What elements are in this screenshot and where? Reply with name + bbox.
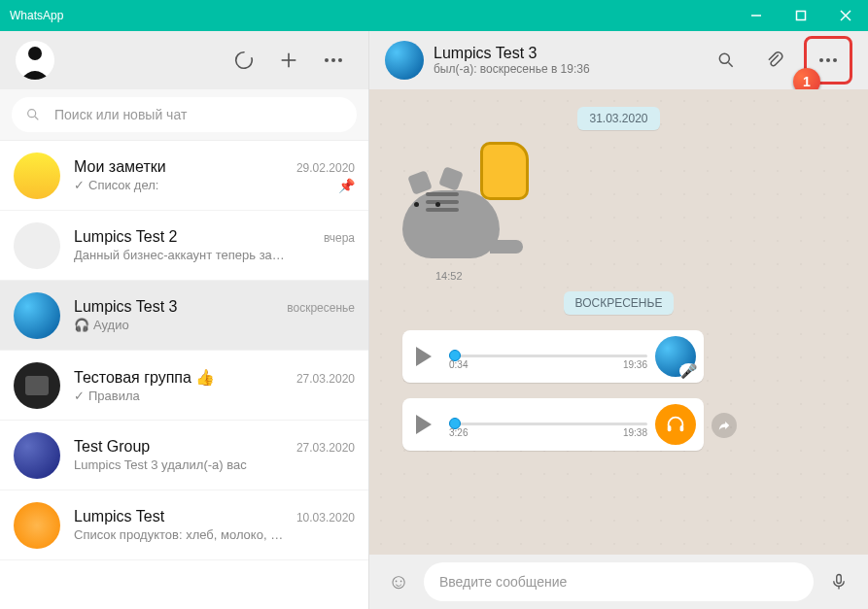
svg-point-8 [331,58,335,62]
chat-title: Lumpics Test 3 [434,45,590,62]
sidebar: Мои заметки29.02.2020 ✓ Список дел:📌 Lum… [0,31,369,609]
message-input[interactable] [439,574,798,590]
svg-point-16 [833,58,837,62]
chat-list: Мои заметки29.02.2020 ✓ Список дел:📌 Lum… [0,141,368,609]
app-title: WhatsApp [10,9,63,22]
voice-duration: 0:34 [449,359,468,370]
voice-time: 19:36 [623,359,647,370]
chat-time: 27.03.2020 [296,441,355,455]
svg-point-14 [819,58,823,62]
svg-point-9 [338,58,342,62]
chat-name: Lumpics Test 3 [74,298,281,316]
chat-avatar [14,152,60,199]
play-icon[interactable] [416,347,432,366]
window-titlebar: WhatsApp [0,0,868,31]
svg-point-12 [719,53,729,63]
chat-name: Тестовая группа 👍 [74,368,291,387]
chat-avatar [14,222,60,269]
compose-bar: ☺ [369,555,868,609]
svg-rect-17 [668,425,672,431]
svg-point-4 [28,47,42,60]
svg-line-11 [35,117,38,119]
svg-rect-1 [797,12,806,20]
sidebar-menu-icon[interactable] [314,41,353,80]
chat-avatar [14,362,60,409]
chat-name: Test Group [74,438,291,456]
status-icon[interactable] [225,41,263,80]
new-chat-icon[interactable] [269,41,308,80]
chat-item-testgroup-ru[interactable]: Тестовая группа 👍27.03.2020 ✓ Правила [0,351,368,421]
svg-point-15 [826,58,830,62]
attach-button[interactable] [755,41,794,80]
svg-line-13 [729,63,733,67]
voice-message[interactable]: 0:34 19:36 🎤 [402,330,704,383]
sidebar-header [0,31,368,89]
chat-time: 29.02.2020 [296,161,355,175]
chat-time: воскресенье [287,301,355,315]
sidebar-search[interactable] [12,97,357,132]
chat-item-notes[interactable]: Мои заметки29.02.2020 ✓ Список дел:📌 [0,141,368,211]
chat-item-lumpics3[interactable]: Lumpics Test 3воскресенье 🎧Аудио [0,281,368,351]
svg-point-7 [325,58,329,62]
conversation-pane: Lumpics Test 3 был(-а): воскресенье в 19… [369,31,868,609]
chat-name: Lumpics Test 2 [74,228,318,246]
chat-preview: Аудио [93,318,129,332]
voice-track[interactable]: 3:26 19:38 [439,413,647,436]
search-icon [25,107,41,122]
svg-rect-19 [837,575,842,584]
svg-point-10 [28,110,36,118]
chat-name: Мои заметки [74,158,291,176]
chat-item-testgroup[interactable]: Test Group27.03.2020 Lumpics Test 3 удал… [0,421,368,491]
forward-button[interactable] [712,413,737,438]
svg-rect-18 [680,425,684,431]
chat-avatar [14,432,60,479]
chat-header-titles[interactable]: Lumpics Test 3 был(-а): воскресенье в 19… [434,45,590,76]
date-separator: ВОСКРЕСЕНЬЕ [564,291,675,315]
chat-subtitle: был(-а): воскресенье в 19:36 [434,62,590,76]
headphones-icon: 🎧 [74,318,89,332]
profile-avatar[interactable] [16,41,54,80]
chat-preview: Lumpics Test 3 удалил(-а) вас [74,457,247,472]
messages-area[interactable]: 31.03.2020 14:52 ВОСКРЕСЕНЬЕ 0:34 19:36 [369,89,868,555]
chat-search-button[interactable] [707,41,746,80]
chat-time: вчера [324,231,355,245]
chat-item-lumpics2[interactable]: Lumpics Test 2вчера Данный бизнес-аккаун… [0,211,368,281]
voice-time: 19:38 [623,427,647,438]
window-maximize-button[interactable] [779,0,823,31]
window-minimize-button[interactable] [734,0,779,31]
chat-item-lumpics[interactable]: Lumpics Test10.03.2020 Список продуктов:… [0,491,368,560]
check-icon: ✓ [74,178,85,192]
emoji-button[interactable]: ☺ [383,562,414,601]
voice-message[interactable]: 3:26 19:38 [402,398,704,451]
play-icon[interactable] [416,415,432,434]
message-time: 14:52 [435,270,845,282]
chat-menu-highlight: 1 [804,36,852,85]
chat-time: 10.03.2020 [296,511,355,524]
window-close-button[interactable] [823,0,868,31]
chat-avatar [14,502,60,549]
chat-name: Lumpics Test [74,508,291,525]
chat-avatar [14,292,60,339]
voice-sender-avatar [655,404,696,445]
headphones-icon [665,414,686,435]
message-input-box[interactable] [424,562,814,601]
chat-preview: Правила [88,389,140,403]
search-input[interactable] [54,107,343,122]
microphone-icon: 🎤 [679,363,698,379]
chat-preview: Данный бизнес-аккаунт теперь за… [74,248,285,262]
chat-preview: Список продуктов: хлеб, молоко, … [74,527,283,542]
search-row [0,89,368,141]
voice-record-button[interactable] [823,562,854,601]
voice-duration: 3:26 [449,427,468,438]
voice-track[interactable]: 0:34 19:36 [439,345,647,368]
conversation-header: Lumpics Test 3 был(-а): воскресенье в 19… [369,31,868,89]
sticker-message[interactable] [402,142,538,268]
check-icon: ✓ [74,389,85,403]
voice-sender-avatar: 🎤 [655,336,696,377]
pin-icon: 📌 [338,178,355,193]
chat-time: 27.03.2020 [296,372,355,386]
date-separator: 31.03.2020 [577,107,659,130]
chat-header-avatar[interactable] [385,41,424,80]
chat-preview: Список дел: [88,178,158,192]
